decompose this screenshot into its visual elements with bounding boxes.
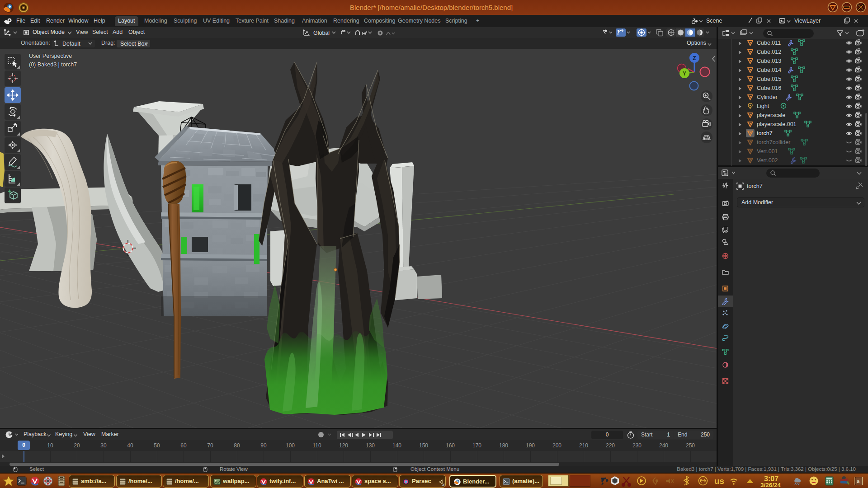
svg-text:Select Box: Select Box	[120, 41, 148, 47]
svg-text:Default: Default	[62, 41, 80, 47]
svg-text:Z: Z	[693, 55, 696, 61]
svg-text:3/26/24: 3/26/24	[760, 482, 781, 488]
svg-text:us: us	[714, 476, 724, 486]
svg-text:Global: Global	[313, 30, 330, 36]
svg-text:Y: Y	[683, 70, 686, 77]
